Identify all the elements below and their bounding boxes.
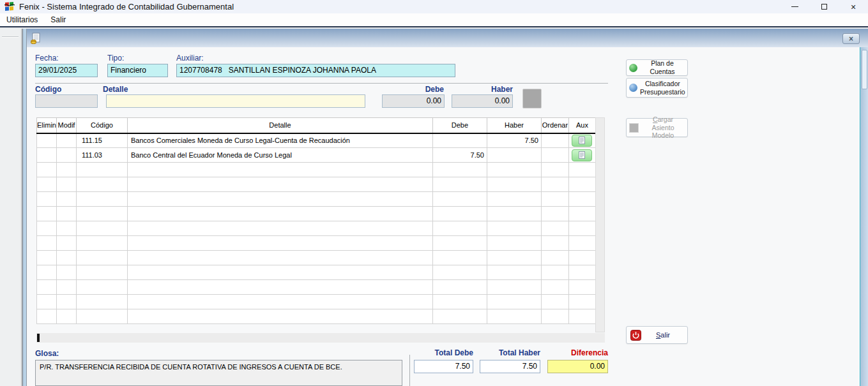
separator [35, 83, 608, 84]
entry-row[interactable]: 111.15Bancos Comerciales Moneda de Curso… [37, 133, 596, 148]
glosa-textarea[interactable]: P/R. TRANSFERENCIA RECIBIDA DE CUENTA RO… [35, 360, 402, 386]
cell-detalle[interactable]: Banco Central del Ecuador Moneda de Curs… [127, 148, 432, 163]
cell-haber [487, 207, 541, 221]
empty-row[interactable] [37, 295, 596, 309]
empty-row[interactable] [37, 221, 596, 236]
tipo-field[interactable]: Financiero [107, 64, 168, 77]
cell-modif[interactable] [56, 148, 76, 163]
auxiliar-field[interactable]: 1207708478 SANTILLAN ESPINOZA JOHANNA PA… [176, 64, 455, 77]
cell-detalle [127, 309, 432, 324]
cell-ordenar [541, 265, 568, 280]
cell-haber [487, 163, 541, 177]
cell-debe[interactable]: 7.50 [432, 148, 487, 163]
col-header-codigo[interactable]: Código [76, 118, 127, 133]
grid-hscroll-thumb[interactable] [37, 334, 40, 342]
cell-haber [487, 265, 541, 280]
salir-label: Salir [641, 331, 685, 339]
grid-horizontal-scrollbar[interactable] [36, 333, 605, 343]
menu-utilitarios[interactable]: Utilitarios [0, 13, 44, 26]
fecha-label: Fecha: [35, 54, 59, 63]
minimize-icon[interactable] [780, 0, 809, 13]
form-close-icon[interactable]: × [842, 33, 860, 44]
add-entry-button[interactable] [522, 89, 542, 108]
col-header-elimin[interactable]: Elimin [37, 118, 57, 133]
col-header-haber[interactable]: Haber [487, 118, 541, 133]
green-sphere-icon [629, 64, 637, 72]
empty-row[interactable] [37, 280, 596, 295]
cell-ordenar [541, 177, 568, 192]
cell-ordenar [541, 295, 568, 309]
menu-bar: Utilitarios Salir [0, 13, 868, 27]
cell-debe[interactable] [432, 133, 487, 148]
app-icon [4, 2, 15, 11]
col-header-modif[interactable]: Modif [56, 118, 76, 133]
cell-modif [56, 192, 76, 207]
cell-elimin [37, 251, 57, 265]
cell-aux[interactable] [568, 148, 595, 163]
haber-input[interactable]: 0.00 [452, 94, 513, 108]
cell-codigo[interactable]: 111.15 [76, 133, 127, 148]
empty-row[interactable] [37, 265, 596, 280]
close-icon[interactable]: × [839, 0, 868, 13]
empty-row[interactable] [37, 207, 596, 221]
total-haber-field: 7.50 [480, 360, 540, 373]
diferencia-label: Diferencia [547, 348, 608, 357]
cell-debe [432, 236, 487, 251]
cell-detalle [127, 192, 432, 207]
menu-salir[interactable]: Salir [44, 13, 72, 26]
cell-codigo [76, 163, 127, 177]
plan-de-cuentas-button[interactable]: Plan de Cuentas [626, 59, 688, 76]
cell-elimin[interactable] [37, 148, 57, 163]
cell-haber [487, 280, 541, 295]
fecha-field[interactable]: 29/01/2025 [35, 64, 98, 77]
salir-button[interactable]: Salir [626, 326, 688, 344]
aux-button[interactable] [572, 135, 592, 147]
col-header-detalle[interactable]: Detalle [127, 118, 432, 133]
col-header-debe[interactable]: Debe [432, 118, 487, 133]
cell-elimin [37, 265, 57, 280]
cell-detalle[interactable]: Bancos Comerciales Moneda de Curso Legal… [127, 133, 432, 148]
cell-debe [432, 177, 487, 192]
cell-ordenar [541, 221, 568, 236]
cell-modif [56, 177, 76, 192]
aux-button[interactable] [572, 149, 592, 161]
cell-codigo [76, 221, 127, 236]
empty-row[interactable] [37, 192, 596, 207]
cell-codigo[interactable]: 111.03 [76, 148, 127, 163]
entry-row[interactable]: 111.03Banco Central del Ecuador Moneda d… [37, 148, 596, 163]
clasificador-presupuestario-button[interactable]: ClasificadorPresupuestario [626, 78, 688, 98]
cargar-asiento-modelo-button[interactable]: Cargar AsientoModelo [626, 118, 688, 137]
form-scrollbar-thumb[interactable] [862, 50, 867, 89]
cell-ordenar[interactable] [541, 133, 568, 148]
grid-vertical-scrollbar[interactable] [595, 117, 605, 332]
empty-row[interactable] [37, 177, 596, 192]
cell-detalle [127, 251, 432, 265]
blue-sphere-icon [629, 84, 637, 92]
detalle-input[interactable] [106, 94, 365, 108]
cell-haber [487, 177, 541, 192]
clasificador-label: ClasificadorPresupuestario [640, 80, 685, 96]
cell-ordenar[interactable] [541, 148, 568, 163]
col-header-ordenar[interactable]: Ordenar [541, 118, 568, 133]
cell-aux[interactable] [568, 133, 595, 148]
col-header-aux[interactable]: Aux [568, 118, 595, 133]
cell-modif[interactable] [56, 133, 76, 148]
total-haber-label: Total Haber [480, 348, 540, 357]
empty-row[interactable] [37, 309, 596, 324]
form-scrollbar[interactable] [860, 47, 868, 386]
empty-row[interactable] [37, 251, 596, 265]
restore-icon[interactable] [809, 0, 839, 13]
cell-elimin[interactable] [37, 133, 57, 148]
codigo-input[interactable] [35, 94, 98, 108]
cell-haber[interactable]: 7.50 [487, 133, 541, 148]
panel-grip[interactable] [2, 36, 19, 38]
cell-aux [568, 221, 595, 236]
cell-detalle [127, 207, 432, 221]
cell-modif [56, 309, 76, 324]
cell-aux [568, 280, 595, 295]
cell-haber[interactable] [487, 148, 541, 163]
cell-debe [432, 221, 487, 236]
empty-row[interactable] [37, 163, 596, 177]
debe-input[interactable]: 0.00 [382, 94, 445, 108]
empty-row[interactable] [37, 236, 596, 251]
